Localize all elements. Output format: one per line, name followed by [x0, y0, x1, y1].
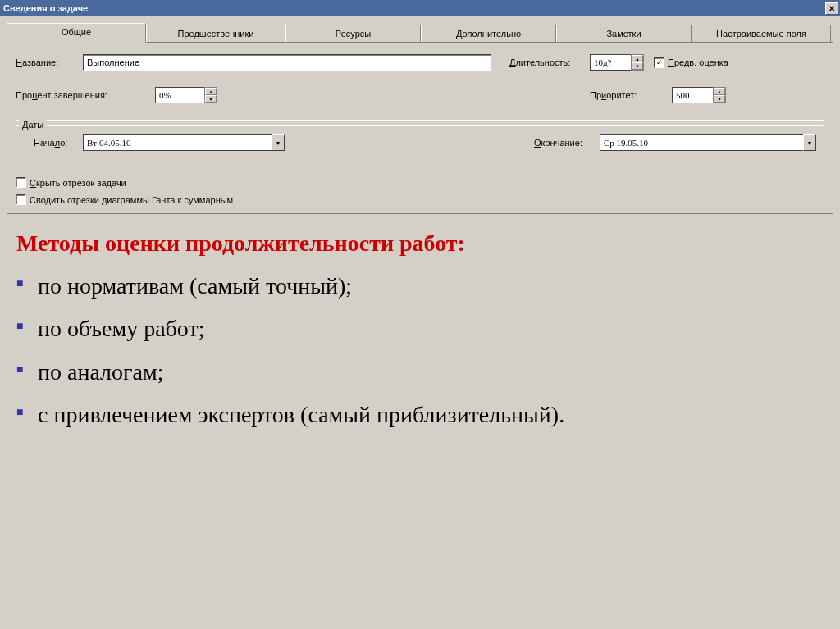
percent-down-button[interactable]: ▼: [205, 95, 217, 103]
tab-panel-general: Название: Длительность: ▲ ▼ ✓ Предв. оце…: [7, 43, 833, 214]
priority-input[interactable]: [672, 87, 713, 103]
start-date-input[interactable]: [83, 134, 272, 151]
hide-bar-label: Скрыть отрезок задачи: [30, 178, 126, 188]
list-item: по объему работ;: [16, 314, 824, 344]
list-item: по нормативам (самый точный);: [16, 271, 824, 301]
tab-resources[interactable]: Ресурсы: [285, 25, 421, 42]
tab-predecessors[interactable]: Предшественники: [146, 25, 285, 42]
percent-complete-spinner[interactable]: ▲ ▼: [155, 87, 217, 103]
percent-complete-label: Процент завершения:: [16, 90, 155, 100]
duration-up-button[interactable]: ▲: [632, 55, 643, 62]
hide-bar-checkbox-box[interactable]: [16, 177, 26, 188]
finish-date-input[interactable]: [600, 134, 803, 151]
start-date-combo[interactable]: ▼: [83, 134, 285, 151]
rollup-checkbox-box[interactable]: [16, 194, 26, 205]
percent-up-button[interactable]: ▲: [205, 88, 217, 95]
tab-notes[interactable]: Заметки: [556, 25, 692, 42]
window-title: Сведения о задаче: [3, 3, 88, 13]
finish-label: Окончание:: [534, 138, 600, 148]
tab-custom-fields[interactable]: Настраиваемые поля: [692, 25, 831, 42]
dates-legend: Даты: [19, 120, 47, 130]
duration-label: Длительность:: [509, 57, 590, 67]
title-bar: Сведения о задаче ✕: [0, 0, 840, 16]
list-item: с привлечением экспертов (самый приблизи…: [16, 400, 824, 430]
name-label: Название:: [16, 57, 83, 67]
estimate-checkbox[interactable]: ✓ Предв. оценка: [654, 57, 728, 68]
name-input[interactable]: [83, 54, 491, 71]
tab-general[interactable]: Общие: [7, 23, 146, 43]
finish-date-dropdown-button[interactable]: ▼: [803, 134, 816, 151]
priority-up-button[interactable]: ▲: [714, 88, 725, 95]
priority-label: Приоритет:: [590, 90, 672, 100]
slide-heading: Методы оценки продолжительности работ:: [16, 230, 824, 257]
start-date-dropdown-button[interactable]: ▼: [272, 134, 285, 151]
tab-advanced[interactable]: Дополнительно: [421, 25, 556, 42]
duration-input[interactable]: [590, 54, 631, 71]
estimate-label: Предв. оценка: [668, 57, 728, 67]
rollup-label: Сводить отрезки диаграммы Ганта к суммар…: [30, 195, 233, 205]
finish-date-combo[interactable]: ▼: [600, 134, 816, 151]
rollup-checkbox[interactable]: Сводить отрезки диаграммы Ганта к суммар…: [16, 194, 824, 205]
duration-down-button[interactable]: ▼: [632, 62, 643, 70]
start-label: Начало:: [34, 138, 83, 148]
dates-fieldset: Даты Начало: ▼ Окончание: ▼: [16, 120, 824, 162]
percent-complete-input[interactable]: [155, 87, 204, 103]
list-item: по аналогам;: [16, 358, 824, 387]
slide-list: по нормативам (самый точный); по объему …: [16, 271, 824, 431]
priority-spinner[interactable]: ▲ ▼: [672, 87, 726, 103]
priority-down-button[interactable]: ▼: [714, 95, 725, 103]
tab-strip: Общие Предшественники Ресурсы Дополнител…: [7, 23, 833, 43]
dialog-body: Общие Предшественники Ресурсы Дополнител…: [0, 16, 840, 221]
duration-spinner[interactable]: ▲ ▼: [590, 54, 644, 71]
slide-content: Методы оценки продолжительности работ: п…: [0, 221, 840, 460]
close-button[interactable]: ✕: [825, 2, 838, 15]
estimate-checkbox-box[interactable]: ✓: [654, 57, 664, 68]
hide-bar-checkbox[interactable]: Скрыть отрезок задачи: [16, 177, 824, 188]
